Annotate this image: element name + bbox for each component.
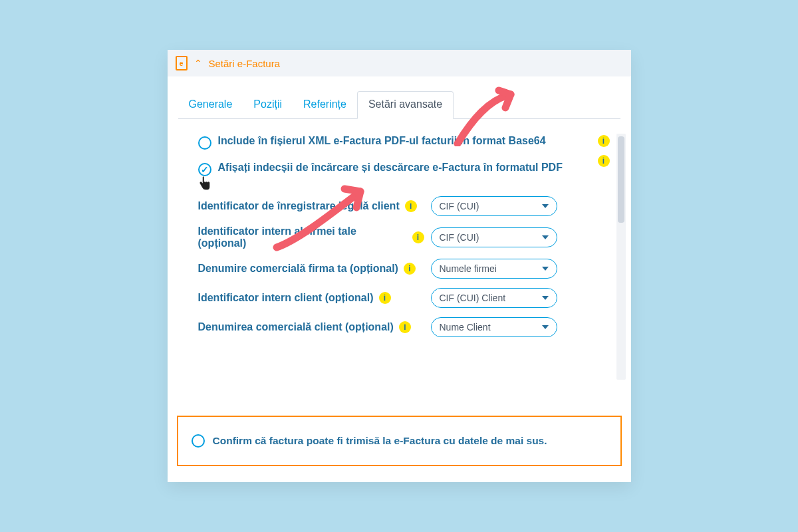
field-label: Denumire comercială firma ta (opțional) … — [198, 263, 424, 275]
info-icon[interactable]: i — [379, 292, 391, 304]
info-icon[interactable]: i — [399, 321, 411, 333]
field-label: Identificator intern client (opțional) i — [198, 292, 424, 304]
field-label: Identificator de înregistrare legală cli… — [198, 200, 424, 212]
panel-header[interactable]: e ⌃ Setări e-Factura — [168, 50, 631, 76]
select-client-trade-name[interactable]: Nume Client — [431, 317, 557, 337]
settings-panel: e ⌃ Setări e-Factura Generale Poziții Re… — [168, 50, 631, 482]
field-label-text: Denumire comercială firma ta (opțional) — [198, 263, 398, 275]
select-value: Nume Client — [440, 322, 491, 332]
tab-referinte[interactable]: Referințe — [293, 92, 357, 118]
confirm-text: Confirm că factura poate fi trimisă la e… — [213, 435, 547, 447]
field-internal-company-id: Identificator intern al firmei tale (opț… — [198, 225, 607, 249]
tab-generale[interactable]: Generale — [178, 92, 243, 118]
field-internal-client-id: Identificator intern client (opțional) i… — [198, 288, 607, 308]
radio-icon[interactable] — [192, 434, 205, 448]
select-value: CIF (CUI) — [440, 232, 479, 243]
field-label-text: Denumirea comercială client (opțional) — [198, 321, 394, 333]
option-label: Afișați indecșii de încărcare și descărc… — [218, 162, 607, 174]
field-label: Identificator intern al firmei tale (opț… — [198, 225, 424, 249]
select-value: CIF (CUI) Client — [440, 293, 506, 303]
info-icon[interactable]: i — [598, 155, 610, 167]
field-company-trade-name: Denumire comercială firma ta (opțional) … — [198, 259, 607, 279]
settings-body: Include în fișierul XML e-Factura PDF-ul… — [178, 128, 627, 385]
option-include-base64[interactable]: Include în fișierul XML e-Factura PDF-ul… — [198, 135, 607, 150]
select-value: Numele firmei — [440, 263, 497, 274]
cursor-hand-icon — [198, 176, 211, 194]
info-icon[interactable]: i — [412, 231, 424, 243]
confirm-box[interactable]: Confirm că factura poate fi trimisă la e… — [177, 416, 622, 466]
chevron-down-icon — [542, 325, 549, 329]
document-icon: e — [176, 56, 188, 70]
radio-icon[interactable] — [198, 136, 211, 150]
scrollbar-thumb[interactable] — [618, 136, 624, 223]
chevron-down-icon — [542, 235, 549, 239]
select-internal-client-id[interactable]: CIF (CUI) Client — [431, 288, 557, 308]
option-show-indices[interactable]: Afișați indecșii de încărcare și descărc… — [198, 162, 607, 176]
option-label: Include în fișierul XML e-Factura PDF-ul… — [218, 135, 607, 147]
field-label-text: Identificator intern al firmei tale (opț… — [198, 225, 407, 249]
chevron-down-icon — [542, 267, 549, 271]
chevron-up-icon: ⌃ — [194, 58, 202, 68]
select-legal-id-client[interactable]: CIF (CUI) — [431, 196, 557, 216]
tab-pozitii[interactable]: Poziții — [243, 92, 293, 118]
panel-title: Setări e-Factura — [209, 58, 281, 69]
field-label: Denumirea comercială client (opțional) i — [198, 321, 424, 333]
scroll-area: Include în fișierul XML e-Factura PDF-ul… — [178, 128, 627, 385]
select-value: CIF (CUI) — [440, 201, 479, 211]
field-label-text: Identificator de înregistrare legală cli… — [198, 200, 400, 212]
field-label-text: Identificator intern client (opțional) — [198, 292, 374, 304]
tab-setari-avansate[interactable]: Setări avansate — [357, 91, 454, 119]
radio-icon[interactable] — [198, 163, 211, 176]
field-client-trade-name: Denumirea comercială client (opțional) i… — [198, 317, 607, 337]
info-icon[interactable]: i — [405, 200, 417, 212]
chevron-down-icon — [542, 204, 549, 208]
info-icon[interactable]: i — [598, 135, 610, 147]
tabs-bar: Generale Poziții Referințe Setări avansa… — [178, 91, 620, 119]
scrollbar[interactable] — [616, 134, 626, 380]
select-internal-company-id[interactable]: CIF (CUI) — [431, 227, 557, 247]
select-company-trade-name[interactable]: Numele firmei — [431, 259, 557, 279]
info-icon[interactable]: i — [404, 263, 416, 275]
field-legal-id-client: Identificator de înregistrare legală cli… — [198, 196, 607, 216]
chevron-down-icon — [542, 296, 549, 300]
